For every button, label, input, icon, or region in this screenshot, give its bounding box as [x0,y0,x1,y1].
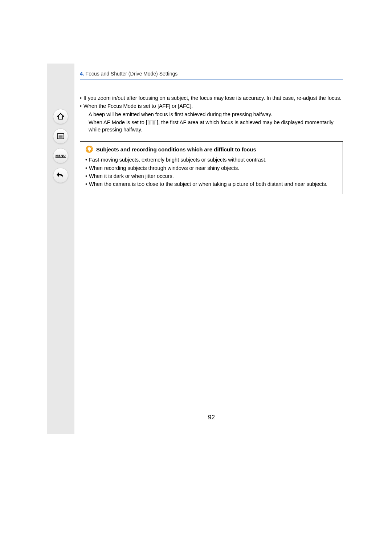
info-item: When it is dark or when jitter occurs. [85,172,338,180]
body-text: If you zoom in/out after focusing on a s… [80,94,343,133]
info-item: Fast-moving subjects, extremely bright s… [85,156,338,163]
info-heading: Subjects and recording conditions which … [85,145,338,153]
sidebar: MENU [47,64,74,434]
sub-bullet-item: When AF Mode is set to [ ], the first AF… [80,119,343,134]
back-button[interactable] [53,168,68,183]
info-box: Subjects and recording conditions which … [80,141,343,194]
sub-bullet-item: A beep will be emitted when focus is fir… [80,111,343,118]
svg-line-15 [91,147,92,147]
home-button[interactable] [53,109,68,124]
info-item: When the camera is too close to the subj… [85,180,338,188]
list-icon [57,133,65,139]
chapter-number: 4. [80,71,84,77]
menu-button[interactable]: MENU [53,148,68,163]
info-item: When recording subjects through windows … [85,164,338,172]
sub-prefix: When AF Mode is set to [ [89,119,147,125]
svg-point-11 [87,147,91,151]
back-arrow-icon [56,172,65,179]
af-area-icon [148,120,156,125]
svg-line-14 [87,147,87,147]
page-number[interactable]: 92 [208,414,215,421]
breadcrumb: 4. Focus and Shutter (Drive Mode) Settin… [80,71,343,80]
toc-button[interactable] [53,129,68,144]
chapter-title: Focus and Shutter (Drive Mode) Settings [86,71,178,77]
menu-label: MENU [56,154,66,158]
svg-rect-12 [89,150,90,152]
home-icon [57,113,65,121]
bullet-item: When the Focus Mode is set to [AFF] or [… [80,102,343,110]
content-area: 4. Focus and Shutter (Drive Mode) Settin… [80,71,343,194]
bullet-item: If you zoom in/out after focusing on a s… [80,94,343,102]
info-heading-text: Subjects and recording conditions which … [96,146,256,152]
lightbulb-icon [85,145,93,153]
